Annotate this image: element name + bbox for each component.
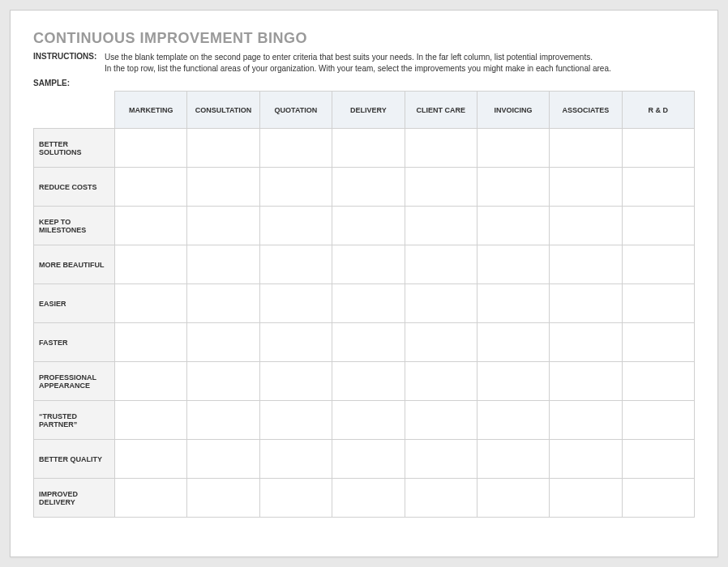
cell (405, 168, 477, 207)
instructions-line-1: Use the blank template on the second pag… (105, 53, 593, 62)
cell (622, 284, 694, 323)
cell (550, 362, 622, 401)
cell (477, 323, 549, 362)
cell (477, 440, 549, 479)
cell (187, 440, 259, 479)
cell (550, 323, 622, 362)
cell (187, 245, 259, 284)
table-row: IMPROVED DELIVERY (34, 479, 695, 518)
cell (405, 479, 477, 518)
cell (259, 362, 332, 401)
table-row: KEEP TO MILESTONES (34, 207, 695, 245)
cell (332, 284, 405, 323)
sample-label: SAMPLE: (33, 79, 695, 87)
cell (259, 207, 332, 245)
row-header: IMPROVED DELIVERY (34, 479, 115, 518)
cell (477, 129, 549, 168)
cell (477, 401, 549, 440)
cell (187, 401, 259, 440)
cell (550, 168, 622, 207)
row-header: KEEP TO MILESTONES (34, 207, 115, 245)
cell (622, 362, 694, 401)
cell (477, 168, 549, 207)
cell (115, 207, 187, 245)
cell (187, 129, 259, 168)
table-row: EASIER (34, 284, 695, 323)
cell (622, 401, 694, 440)
cell (477, 207, 549, 245)
cell (405, 440, 477, 479)
cell (115, 479, 187, 518)
cell (622, 168, 694, 207)
cell (259, 440, 332, 479)
cell (332, 245, 405, 284)
column-header: QUOTATION (259, 92, 332, 129)
cell (115, 323, 187, 362)
row-header: PROFESSIONAL APPEARANCE (34, 362, 115, 401)
column-header: R & D (622, 92, 694, 129)
cell (259, 284, 332, 323)
table-row: FASTER (34, 323, 695, 362)
row-header: REDUCE COSTS (34, 168, 115, 207)
instructions-row: INSTRUCTIONS: Use the blank template on … (33, 52, 695, 74)
cell (115, 440, 187, 479)
cell (405, 284, 477, 323)
cell (332, 129, 405, 168)
cell (332, 401, 405, 440)
cell (477, 362, 549, 401)
cell (115, 401, 187, 440)
cell (550, 245, 622, 284)
document-page: CONTINUOUS IMPROVEMENT BINGO INSTRUCTION… (10, 10, 718, 557)
row-header: FASTER (34, 323, 115, 362)
cell (332, 479, 405, 518)
cell (550, 284, 622, 323)
cell (550, 207, 622, 245)
cell (115, 245, 187, 284)
instructions-line-2: In the top row, list the functional area… (105, 64, 611, 73)
cell (405, 401, 477, 440)
cell (187, 479, 259, 518)
cell (550, 129, 622, 168)
column-header: INVOICING (477, 92, 549, 129)
row-header: “TRUSTED PARTNER” (34, 401, 115, 440)
cell (187, 284, 259, 323)
bingo-table: MARKETING CONSULTATION QUOTATION DELIVER… (33, 91, 695, 518)
cell (405, 207, 477, 245)
cell (622, 440, 694, 479)
instructions-label: INSTRUCTIONS: (33, 52, 105, 74)
cell (187, 168, 259, 207)
cell (259, 168, 332, 207)
cell (550, 479, 622, 518)
row-header: EASIER (34, 284, 115, 323)
cell (115, 362, 187, 401)
cell (332, 323, 405, 362)
cell (405, 362, 477, 401)
cell (550, 401, 622, 440)
cell (405, 323, 477, 362)
cell (259, 479, 332, 518)
column-header: DELIVERY (332, 92, 405, 129)
cell (332, 207, 405, 245)
cell (332, 440, 405, 479)
cell (622, 207, 694, 245)
table-row: MORE BEAUTIFUL (34, 245, 695, 284)
cell (259, 245, 332, 284)
cell (115, 168, 187, 207)
cell (622, 245, 694, 284)
cell (477, 284, 549, 323)
cell (405, 129, 477, 168)
instructions-text: Use the blank template on the second pag… (105, 52, 695, 74)
cell (115, 284, 187, 323)
cell (622, 479, 694, 518)
table-row: BETTER QUALITY (34, 440, 695, 479)
table-row: “TRUSTED PARTNER” (34, 401, 695, 440)
cell (187, 323, 259, 362)
table-row: REDUCE COSTS (34, 168, 695, 207)
table-row: BETTER SOLUTIONS (34, 129, 695, 168)
cell (259, 323, 332, 362)
cell (405, 245, 477, 284)
cell (550, 440, 622, 479)
cell (259, 129, 332, 168)
table-row: PROFESSIONAL APPEARANCE (34, 362, 695, 401)
table-header-row: MARKETING CONSULTATION QUOTATION DELIVER… (34, 92, 695, 129)
